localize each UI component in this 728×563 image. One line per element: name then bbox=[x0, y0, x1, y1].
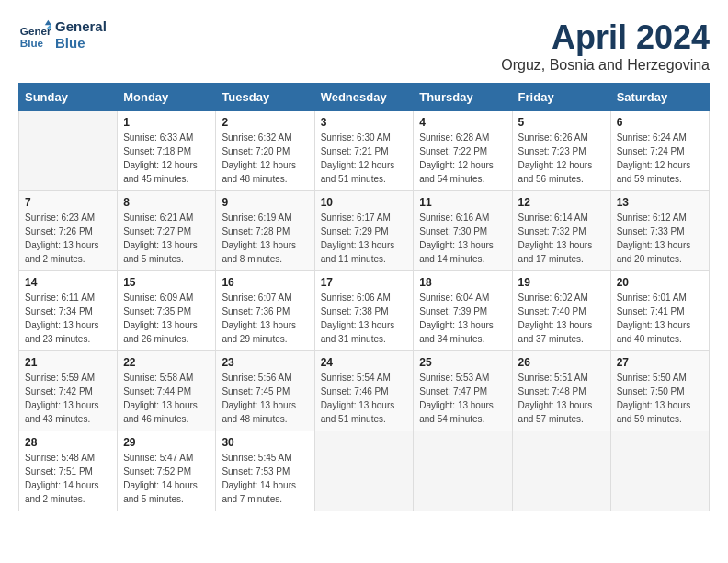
day-info: Sunrise: 5:48 AM Sunset: 7:51 PM Dayligh… bbox=[25, 451, 111, 506]
calendar-cell: 28Sunrise: 5:48 AM Sunset: 7:51 PM Dayli… bbox=[19, 431, 118, 511]
calendar-cell: 23Sunrise: 5:56 AM Sunset: 7:45 PM Dayli… bbox=[216, 351, 314, 431]
calendar-cell: 22Sunrise: 5:58 AM Sunset: 7:44 PM Dayli… bbox=[118, 351, 216, 431]
day-number: 30 bbox=[222, 436, 308, 449]
day-number: 23 bbox=[222, 356, 308, 369]
calendar-cell: 21Sunrise: 5:59 AM Sunset: 7:42 PM Dayli… bbox=[19, 351, 118, 431]
day-info: Sunrise: 6:32 AM Sunset: 7:20 PM Dayligh… bbox=[222, 131, 308, 186]
calendar-cell bbox=[512, 431, 610, 511]
day-info: Sunrise: 6:30 AM Sunset: 7:21 PM Dayligh… bbox=[321, 131, 408, 186]
day-info: Sunrise: 6:07 AM Sunset: 7:36 PM Dayligh… bbox=[222, 291, 308, 346]
day-number: 3 bbox=[321, 116, 408, 129]
logo-blue: Blue bbox=[55, 35, 107, 52]
day-info: Sunrise: 5:56 AM Sunset: 7:45 PM Dayligh… bbox=[222, 371, 308, 426]
calendar-cell: 13Sunrise: 6:12 AM Sunset: 7:33 PM Dayli… bbox=[610, 191, 709, 271]
calendar-cell: 14Sunrise: 6:11 AM Sunset: 7:34 PM Dayli… bbox=[19, 271, 118, 351]
day-info: Sunrise: 5:51 AM Sunset: 7:48 PM Dayligh… bbox=[518, 371, 605, 426]
calendar-cell bbox=[314, 431, 414, 511]
day-info: Sunrise: 6:01 AM Sunset: 7:41 PM Dayligh… bbox=[617, 291, 703, 346]
day-info: Sunrise: 5:50 AM Sunset: 7:50 PM Dayligh… bbox=[617, 371, 703, 426]
calendar-cell: 26Sunrise: 5:51 AM Sunset: 7:48 PM Dayli… bbox=[512, 351, 610, 431]
day-number: 28 bbox=[25, 436, 111, 449]
day-number: 27 bbox=[617, 356, 703, 369]
day-info: Sunrise: 6:17 AM Sunset: 7:29 PM Dayligh… bbox=[321, 211, 408, 266]
calendar-cell: 15Sunrise: 6:09 AM Sunset: 7:35 PM Dayli… bbox=[118, 271, 216, 351]
day-info: Sunrise: 6:26 AM Sunset: 7:23 PM Dayligh… bbox=[518, 131, 605, 186]
calendar-cell: 20Sunrise: 6:01 AM Sunset: 7:41 PM Dayli… bbox=[610, 271, 709, 351]
calendar-cell bbox=[610, 431, 709, 511]
calendar-cell: 1Sunrise: 6:33 AM Sunset: 7:18 PM Daylig… bbox=[118, 111, 216, 191]
calendar-cell: 9Sunrise: 6:19 AM Sunset: 7:28 PM Daylig… bbox=[216, 191, 314, 271]
day-number: 18 bbox=[419, 276, 506, 289]
calendar-week-row: 14Sunrise: 6:11 AM Sunset: 7:34 PM Dayli… bbox=[19, 271, 710, 351]
day-info: Sunrise: 6:11 AM Sunset: 7:34 PM Dayligh… bbox=[25, 291, 111, 346]
calendar-cell: 10Sunrise: 6:17 AM Sunset: 7:29 PM Dayli… bbox=[314, 191, 414, 271]
weekday-header: Thursday bbox=[414, 84, 512, 111]
day-number: 2 bbox=[222, 116, 308, 129]
calendar-week-row: 28Sunrise: 5:48 AM Sunset: 7:51 PM Dayli… bbox=[19, 431, 710, 511]
location-subtitle: Orguz, Bosnia and Herzegovina bbox=[501, 57, 710, 74]
calendar-cell: 12Sunrise: 6:14 AM Sunset: 7:32 PM Dayli… bbox=[512, 191, 610, 271]
calendar-cell: 8Sunrise: 6:21 AM Sunset: 7:27 PM Daylig… bbox=[118, 191, 216, 271]
svg-marker-2 bbox=[45, 20, 51, 25]
logo-icon: General Blue bbox=[18, 18, 51, 52]
day-info: Sunrise: 6:19 AM Sunset: 7:28 PM Dayligh… bbox=[222, 211, 308, 266]
day-number: 22 bbox=[123, 356, 210, 369]
day-number: 21 bbox=[25, 356, 111, 369]
calendar-cell bbox=[19, 111, 118, 191]
logo: General Blue General Blue bbox=[18, 18, 107, 52]
day-number: 5 bbox=[518, 116, 605, 129]
day-number: 7 bbox=[25, 196, 111, 209]
day-info: Sunrise: 6:21 AM Sunset: 7:27 PM Dayligh… bbox=[123, 211, 210, 266]
calendar-cell: 3Sunrise: 6:30 AM Sunset: 7:21 PM Daylig… bbox=[314, 111, 414, 191]
calendar-cell: 30Sunrise: 5:45 AM Sunset: 7:53 PM Dayli… bbox=[216, 431, 314, 511]
day-number: 11 bbox=[419, 196, 506, 209]
calendar-cell bbox=[414, 431, 512, 511]
calendar-cell: 5Sunrise: 6:26 AM Sunset: 7:23 PM Daylig… bbox=[512, 111, 610, 191]
weekday-header: Wednesday bbox=[314, 84, 414, 111]
day-number: 4 bbox=[419, 116, 506, 129]
day-info: Sunrise: 5:53 AM Sunset: 7:47 PM Dayligh… bbox=[419, 371, 506, 426]
day-info: Sunrise: 5:54 AM Sunset: 7:46 PM Dayligh… bbox=[321, 371, 408, 426]
svg-text:General: General bbox=[20, 25, 51, 37]
calendar-cell: 27Sunrise: 5:50 AM Sunset: 7:50 PM Dayli… bbox=[610, 351, 709, 431]
weekday-header: Monday bbox=[118, 84, 216, 111]
day-number: 19 bbox=[518, 276, 605, 289]
day-info: Sunrise: 6:23 AM Sunset: 7:26 PM Dayligh… bbox=[25, 211, 111, 266]
day-info: Sunrise: 5:45 AM Sunset: 7:53 PM Dayligh… bbox=[222, 451, 308, 506]
day-number: 24 bbox=[321, 356, 408, 369]
day-number: 9 bbox=[222, 196, 308, 209]
day-info: Sunrise: 6:33 AM Sunset: 7:18 PM Dayligh… bbox=[123, 131, 210, 186]
calendar-cell: 19Sunrise: 6:02 AM Sunset: 7:40 PM Dayli… bbox=[512, 271, 610, 351]
svg-text:Blue: Blue bbox=[20, 37, 44, 49]
day-info: Sunrise: 6:06 AM Sunset: 7:38 PM Dayligh… bbox=[321, 291, 408, 346]
calendar-header-row: SundayMondayTuesdayWednesdayThursdayFrid… bbox=[19, 84, 710, 111]
day-number: 1 bbox=[123, 116, 210, 129]
day-number: 26 bbox=[518, 356, 605, 369]
day-number: 17 bbox=[321, 276, 408, 289]
day-info: Sunrise: 5:58 AM Sunset: 7:44 PM Dayligh… bbox=[123, 371, 210, 426]
weekday-header: Saturday bbox=[610, 84, 709, 111]
day-info: Sunrise: 6:12 AM Sunset: 7:33 PM Dayligh… bbox=[617, 211, 703, 266]
day-number: 29 bbox=[123, 436, 210, 449]
weekday-header: Friday bbox=[512, 84, 610, 111]
calendar-cell: 11Sunrise: 6:16 AM Sunset: 7:30 PM Dayli… bbox=[414, 191, 512, 271]
day-number: 20 bbox=[617, 276, 703, 289]
day-number: 14 bbox=[25, 276, 111, 289]
day-info: Sunrise: 6:28 AM Sunset: 7:22 PM Dayligh… bbox=[419, 131, 506, 186]
calendar-table: SundayMondayTuesdayWednesdayThursdayFrid… bbox=[18, 83, 710, 511]
day-number: 16 bbox=[222, 276, 308, 289]
calendar-cell: 24Sunrise: 5:54 AM Sunset: 7:46 PM Dayli… bbox=[314, 351, 414, 431]
day-number: 8 bbox=[123, 196, 210, 209]
calendar-cell: 17Sunrise: 6:06 AM Sunset: 7:38 PM Dayli… bbox=[314, 271, 414, 351]
calendar-cell: 18Sunrise: 6:04 AM Sunset: 7:39 PM Dayli… bbox=[414, 271, 512, 351]
day-info: Sunrise: 6:24 AM Sunset: 7:24 PM Dayligh… bbox=[617, 131, 703, 186]
calendar-week-row: 1Sunrise: 6:33 AM Sunset: 7:18 PM Daylig… bbox=[19, 111, 710, 191]
calendar-cell: 7Sunrise: 6:23 AM Sunset: 7:26 PM Daylig… bbox=[19, 191, 118, 271]
day-info: Sunrise: 5:47 AM Sunset: 7:52 PM Dayligh… bbox=[123, 451, 210, 506]
calendar-cell: 29Sunrise: 5:47 AM Sunset: 7:52 PM Dayli… bbox=[118, 431, 216, 511]
day-info: Sunrise: 6:09 AM Sunset: 7:35 PM Dayligh… bbox=[123, 291, 210, 346]
weekday-header: Sunday bbox=[19, 84, 118, 111]
day-number: 10 bbox=[321, 196, 408, 209]
day-number: 12 bbox=[518, 196, 605, 209]
calendar-cell: 25Sunrise: 5:53 AM Sunset: 7:47 PM Dayli… bbox=[414, 351, 512, 431]
